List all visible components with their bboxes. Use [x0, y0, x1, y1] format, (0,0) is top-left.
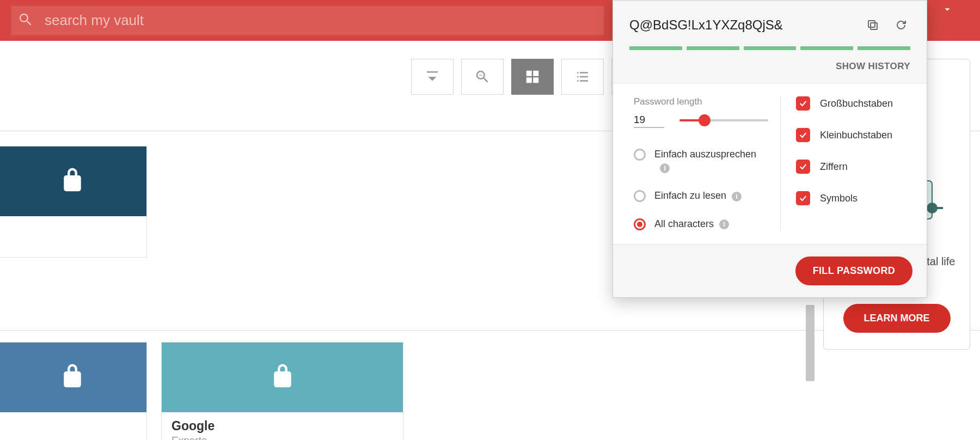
password-length-input[interactable] [634, 113, 664, 128]
learn-more-button[interactable]: LEARN MORE [843, 304, 951, 333]
collapse-button[interactable] [411, 59, 454, 95]
checkbox-indicator[interactable] [796, 191, 810, 205]
vault-card[interactable]: Google Experte [161, 342, 403, 440]
checkbox-label: Symbols [820, 193, 857, 204]
vault-card[interactable] [0, 342, 147, 440]
checkbox-indicator[interactable] [796, 128, 810, 142]
checkbox-lowercase[interactable]: Kleinbuchstaben [796, 128, 906, 142]
info-icon[interactable]: i [732, 192, 742, 201]
radio-easy-to-read[interactable]: Einfach zu leseni [634, 189, 768, 203]
checkbox-uppercase[interactable]: Großbuchstaben [796, 96, 906, 111]
checkbox-indicator[interactable] [796, 160, 810, 174]
radio-all-characters[interactable]: All charactersi [634, 217, 768, 231]
svg-rect-5 [868, 21, 875, 27]
card-title: Google [171, 419, 393, 433]
password-length-slider[interactable] [679, 114, 768, 126]
lock-icon [58, 362, 87, 393]
search-box[interactable] [11, 5, 604, 35]
grid-view-button[interactable] [511, 59, 554, 95]
password-strength-meter [629, 46, 910, 50]
password-generator-popup: Q@BdSG!Lx1YXZq8QjS& SHOW HISTORY Passwor… [612, 0, 927, 298]
svg-rect-3 [931, 207, 943, 209]
scrollbar-thumb[interactable] [806, 305, 814, 381]
lock-icon [268, 362, 297, 393]
checkbox-digits[interactable]: Ziffern [796, 160, 906, 174]
password-length-label: Password length [634, 96, 768, 107]
zoom-out-button[interactable] [461, 59, 504, 95]
copy-password-button[interactable] [863, 16, 882, 34]
checkbox-label: Ziffern [820, 161, 848, 173]
account-menu-caret[interactable] [931, 0, 964, 41]
radio-easy-to-say[interactable]: Einfach auszusprecheni [634, 148, 768, 175]
radio-label-text: Einfach auszusprechen [654, 149, 756, 160]
generated-password: Q@BdSG!Lx1YXZq8QjS& [629, 17, 854, 33]
card-header [0, 343, 146, 412]
card-subtitle: Experte [171, 435, 393, 440]
info-icon[interactable]: i [660, 163, 670, 173]
list-view-button[interactable] [561, 59, 604, 95]
radio-indicator[interactable] [634, 190, 646, 202]
checkbox-symbols[interactable]: Symbols [796, 191, 906, 205]
search-input[interactable] [45, 12, 598, 29]
lock-icon [58, 166, 87, 197]
card-header [162, 343, 403, 412]
vault-card[interactable] [0, 146, 147, 258]
radio-indicator[interactable] [634, 149, 646, 161]
radio-label-text: Einfach zu lesen [654, 190, 726, 201]
search-icon [17, 11, 34, 30]
fill-password-button[interactable]: FILL PASSWORD [795, 256, 912, 285]
slider-thumb[interactable] [699, 114, 710, 126]
checkbox-label: Großbuchstaben [820, 98, 893, 109]
card-header [0, 146, 146, 216]
checkbox-label: Kleinbuchstaben [820, 130, 892, 141]
info-icon[interactable]: i [719, 219, 729, 229]
radio-label-text: All characters [654, 218, 714, 229]
show-history-link[interactable]: SHOW HISTORY [836, 61, 910, 72]
checkbox-indicator[interactable] [796, 96, 810, 111]
regenerate-password-button[interactable] [892, 16, 910, 34]
radio-indicator[interactable] [634, 218, 646, 230]
svg-rect-4 [871, 23, 877, 29]
